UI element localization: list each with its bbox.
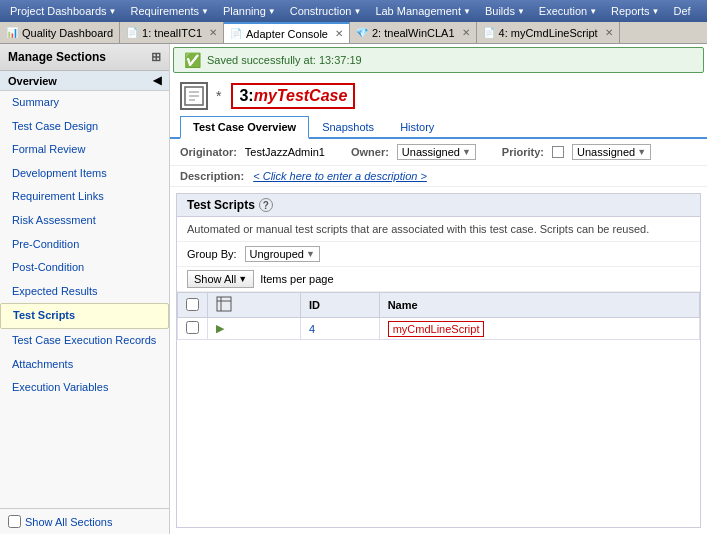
menu-requirements[interactable]: Requirements ▼ <box>125 3 215 19</box>
script-type-icon: ▶ <box>216 322 224 334</box>
sidebar-item-requirement-links[interactable]: Requirement Links <box>0 185 169 209</box>
row-checkbox-cell <box>178 318 208 340</box>
row-id-cell[interactable]: 4 <box>300 318 379 340</box>
sidebar-item-execution-variables[interactable]: Execution Variables <box>0 376 169 400</box>
test-case-header: * 3:myTestCase <box>170 76 707 116</box>
show-all-sections-checkbox[interactable] <box>8 515 21 528</box>
menu-arrow-icon: ▼ <box>652 7 660 16</box>
col-header-id: ID <box>300 293 379 318</box>
help-icon[interactable]: ? <box>259 198 273 212</box>
main-layout: Manage Sections ⊞ Overview ◀ Summary Tes… <box>0 44 707 534</box>
tab-adapter-console[interactable]: 📄 Adapter Console ✕ <box>224 22 350 43</box>
table-icon <box>216 302 232 314</box>
menu-reports[interactable]: Reports ▼ <box>605 3 665 19</box>
row-checkbox[interactable] <box>186 321 199 334</box>
form-row-originator: Originator: TestJazzAdmin1 Owner: Unassi… <box>170 139 707 166</box>
sidebar-item-pre-condition[interactable]: Pre-Condition <box>0 233 169 257</box>
row-name-cell: myCmdLineScript <box>379 318 699 340</box>
asterisk-modified: * <box>216 88 221 104</box>
tab-close-icon[interactable]: ✕ <box>335 28 343 39</box>
test-case-icon <box>180 82 208 110</box>
select-all-checkbox[interactable] <box>186 298 199 311</box>
section-title: Test Scripts ? <box>177 194 700 217</box>
inner-tabs: Test Case Overview Snapshots History <box>170 116 707 139</box>
content-area: ✅ Saved successfully at: 13:37:19 * 3:my… <box>170 44 707 534</box>
tab-doc-icon: 📄 <box>230 28 242 39</box>
menu-arrow-icon: ▼ <box>517 7 525 16</box>
tab-1-tneal[interactable]: 📄 1: tnealITC1 ✕ <box>120 22 224 43</box>
tab-4-mycmd[interactable]: 📄 4: myCmdLineScript ✕ <box>477 22 620 43</box>
col-header-icon <box>208 293 301 318</box>
description-row: Description: < Click here to enter a des… <box>170 166 707 187</box>
menu-builds[interactable]: Builds ▼ <box>479 3 531 19</box>
sidebar-item-test-case-execution-records[interactable]: Test Case Execution Records <box>0 329 169 353</box>
tab-diamond-icon: 💎 <box>356 27 368 38</box>
script-name-link[interactable]: myCmdLineScript <box>388 321 485 337</box>
tab-close-icon[interactable]: ✕ <box>605 27 613 38</box>
sidebar-item-summary[interactable]: Summary <box>0 91 169 115</box>
sidebar-add-icon[interactable]: ⊞ <box>151 50 161 64</box>
table-row: ▶ 4 myCmdLineScript <box>178 318 700 340</box>
menu-planning[interactable]: Planning ▼ <box>217 3 282 19</box>
tab-snapshots[interactable]: Snapshots <box>309 116 387 137</box>
scripts-table-wrapper: ID Name ▶ 4 <box>177 292 700 527</box>
test-scripts-section: Test Scripts ? Automated or manual test … <box>176 193 701 528</box>
sidebar-item-risk-assessment[interactable]: Risk Assessment <box>0 209 169 233</box>
menu-arrow-icon: ▼ <box>109 7 117 16</box>
show-all-sections-button[interactable]: Show All Sections <box>0 508 169 534</box>
menu-arrow-icon: ▼ <box>268 7 276 16</box>
tab-close-icon[interactable]: ✕ <box>462 27 470 38</box>
description-link[interactable]: < Click here to enter a description > <box>253 170 427 182</box>
menu-bar: Project Dashboards ▼ Requirements ▼ Plan… <box>0 0 707 22</box>
sidebar-item-post-condition[interactable]: Post-Condition <box>0 256 169 280</box>
section-description: Automated or manual test scripts that ar… <box>177 217 700 242</box>
sidebar-item-expected-results[interactable]: Expected Results <box>0 280 169 304</box>
success-bar: ✅ Saved successfully at: 13:37:19 <box>173 47 704 73</box>
tab-doc-icon: 📄 <box>126 27 138 38</box>
success-icon: ✅ <box>184 52 201 68</box>
sidebar-item-formal-review[interactable]: Formal Review <box>0 138 169 162</box>
menu-arrow-icon: ▼ <box>353 7 361 16</box>
group-by-arrow-icon: ▼ <box>306 249 315 259</box>
svg-rect-4 <box>217 297 231 311</box>
priority-select[interactable]: Unassigned ▼ <box>572 144 651 160</box>
tab-quality-dashboard[interactable]: 📊 Quality Dashboard <box>0 22 120 43</box>
owner-select-arrow: ▼ <box>462 147 471 157</box>
test-case-title: 3:myTestCase <box>231 83 355 109</box>
tab-test-case-overview[interactable]: Test Case Overview <box>180 116 309 139</box>
sidebar-item-test-case-design[interactable]: Test Case Design <box>0 115 169 139</box>
sidebar-collapse-icon[interactable]: ◀ <box>153 74 161 87</box>
show-all-button[interactable]: Show All ▼ <box>187 270 254 288</box>
sidebar-item-attachments[interactable]: Attachments <box>0 353 169 377</box>
group-by-select[interactable]: Ungrouped ▼ <box>245 246 320 262</box>
group-by-toolbar: Group By: Ungrouped ▼ <box>177 242 700 267</box>
menu-def[interactable]: Def <box>668 3 697 19</box>
sidebar: Manage Sections ⊞ Overview ◀ Summary Tes… <box>0 44 170 534</box>
items-per-page-row: Show All ▼ Items per page <box>177 267 700 292</box>
menu-construction[interactable]: Construction ▼ <box>284 3 368 19</box>
sidebar-nav: Summary Test Case Design Formal Review D… <box>0 91 169 508</box>
tab-doc-icon: 📄 <box>483 27 495 38</box>
sidebar-header: Manage Sections ⊞ <box>0 44 169 71</box>
scripts-table: ID Name ▶ 4 <box>177 292 700 340</box>
col-header-checkbox <box>178 293 208 318</box>
tab-close-icon[interactable]: ✕ <box>209 27 217 38</box>
sidebar-item-test-scripts[interactable]: Test Scripts <box>0 303 169 329</box>
menu-arrow-icon: ▼ <box>589 7 597 16</box>
menu-arrow-icon: ▼ <box>201 7 209 16</box>
tab-2-tneal-win[interactable]: 💎 2: tnealWinCLA1 ✕ <box>350 22 477 43</box>
show-all-dropdown-icon: ▼ <box>238 274 247 284</box>
tab-bar: 📊 Quality Dashboard 📄 1: tnealITC1 ✕ 📄 A… <box>0 22 707 44</box>
owner-select[interactable]: Unassigned ▼ <box>397 144 476 160</box>
menu-lab-management[interactable]: Lab Management ▼ <box>369 3 477 19</box>
menu-arrow-icon: ▼ <box>463 7 471 16</box>
priority-checkbox[interactable] <box>552 146 564 158</box>
col-header-name: Name <box>379 293 699 318</box>
priority-select-arrow: ▼ <box>637 147 646 157</box>
sidebar-item-development-items[interactable]: Development Items <box>0 162 169 186</box>
menu-project-dashboards[interactable]: Project Dashboards ▼ <box>4 3 123 19</box>
sidebar-overview-section: Overview ◀ <box>0 71 169 91</box>
tab-history[interactable]: History <box>387 116 447 137</box>
menu-execution[interactable]: Execution ▼ <box>533 3 603 19</box>
dashboard-icon: 📊 <box>6 27 18 38</box>
